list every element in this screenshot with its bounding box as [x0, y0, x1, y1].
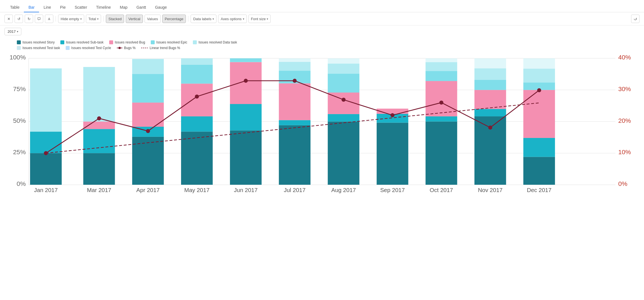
legend-label-bug: Issues resolved Bug [115, 40, 145, 44]
svg-text:Oct 2017: Oct 2017 [430, 187, 453, 193]
svg-rect-77 [523, 157, 555, 185]
legend-label-testtask: Issues resolved Test task [22, 46, 60, 50]
bar-jun[interactable]: Jun 2017 [230, 58, 262, 193]
vertical-button[interactable]: Vertical [126, 15, 143, 23]
percentage-button[interactable]: Percentage [162, 15, 186, 23]
svg-rect-52 [328, 122, 359, 185]
values-button[interactable]: Values [145, 15, 161, 23]
bar-aug[interactable]: Aug 2017 [328, 58, 359, 193]
toolbar-separator-1 [56, 16, 56, 22]
font-size-label: Font size [251, 17, 266, 21]
year-selector-area: 2017 ▾ [0, 26, 644, 38]
legend-linear-trend: Linear trend Bugs % [141, 46, 180, 50]
svg-rect-72 [474, 90, 506, 109]
tab-timeline[interactable]: Timeline [92, 3, 115, 12]
svg-text:10%: 10% [618, 149, 631, 156]
axes-options-button[interactable]: Axes options ▾ [218, 15, 246, 23]
svg-rect-36 [181, 84, 213, 116]
legend-datatask: Issues resolved Data task [193, 40, 237, 44]
svg-rect-75 [474, 58, 506, 68]
tab-line[interactable]: Line [39, 3, 55, 12]
download-button[interactable] [45, 15, 53, 23]
hide-empty-button[interactable]: Hide empty ▾ [58, 15, 84, 23]
bar-dec[interactable]: Dec 2017 [523, 58, 555, 193]
tab-pie[interactable]: Pie [56, 3, 70, 12]
legend-swatch-epic [151, 40, 155, 44]
svg-rect-71 [474, 109, 506, 116]
svg-rect-53 [328, 114, 359, 122]
close-button[interactable]: ✕ [4, 15, 13, 23]
font-size-button[interactable]: Font size ▾ [248, 15, 271, 23]
svg-rect-42 [230, 62, 262, 104]
legend-swatch-datatask [193, 40, 197, 44]
svg-text:50%: 50% [13, 117, 26, 124]
comment-button[interactable] [35, 15, 43, 23]
stacked-button[interactable]: Stacked [106, 15, 124, 23]
bug-dot-jul [293, 79, 296, 83]
svg-rect-59 [377, 123, 408, 185]
tab-map[interactable]: Map [115, 3, 132, 12]
svg-rect-24 [83, 129, 115, 153]
year-dropdown[interactable]: 2017 ▾ [4, 28, 21, 35]
refresh-button[interactable] [631, 15, 640, 23]
bar-jan[interactable]: Jan 2017 [30, 68, 62, 193]
chart-legend: Issues resolved Story Issues resolved Su… [6, 40, 638, 50]
tab-scatter[interactable]: Scatter [70, 3, 92, 12]
tab-gantt[interactable]: Gantt [132, 3, 150, 12]
data-labels-label: Data labels [193, 17, 211, 21]
bar-may[interactable]: May 2017 [181, 58, 213, 193]
legend-swatch-bug [109, 40, 113, 44]
hide-empty-label: Hide empty [61, 17, 79, 21]
legend-epic: Issues resolved Epic [151, 40, 187, 44]
svg-rect-38 [181, 58, 213, 65]
chart-container: 100% 75% 50% 25% 0% 40% 30% 20% 10% 0% [6, 54, 638, 200]
svg-rect-73 [474, 80, 506, 90]
svg-text:May 2017: May 2017 [184, 187, 209, 193]
redo-button[interactable]: ↻ [25, 15, 33, 23]
svg-rect-66 [426, 71, 457, 81]
toolbar-separator-3 [188, 16, 188, 22]
bug-dot-oct [439, 101, 443, 105]
legend-subtask: Issues resolved Sub-task [60, 40, 104, 44]
svg-text:75%: 75% [13, 86, 26, 93]
svg-text:40%: 40% [618, 54, 631, 61]
svg-rect-65 [426, 81, 457, 116]
bar-apr[interactable]: Apr 2017 [132, 59, 164, 193]
year-value: 2017 [8, 29, 16, 34]
tab-table[interactable]: Table [6, 3, 24, 12]
data-labels-button[interactable]: Data labels ▾ [191, 15, 216, 23]
svg-rect-46 [279, 120, 310, 125]
bug-dot-nov [488, 126, 492, 130]
svg-rect-45 [279, 125, 310, 185]
undo-button[interactable]: ↺ [15, 15, 23, 23]
bar-sep[interactable]: Sep 2017 [377, 109, 408, 193]
bug-dot-mar [97, 116, 101, 120]
tab-gauge[interactable]: Gauge [150, 3, 171, 12]
svg-rect-34 [181, 131, 213, 185]
toolbar-separator-2 [103, 16, 104, 22]
svg-text:Apr 2017: Apr 2017 [136, 187, 160, 193]
svg-text:Jul 2017: Jul 2017 [284, 187, 305, 193]
svg-rect-47 [279, 83, 310, 120]
total-label: Total [88, 17, 96, 21]
svg-rect-57 [328, 58, 359, 63]
tab-bar[interactable]: Bar [24, 3, 39, 12]
svg-rect-67 [426, 62, 457, 71]
svg-rect-20 [30, 131, 62, 153]
bar-oct[interactable]: Oct 2017 [426, 58, 457, 193]
legend-testcycle: Issues resolved Test Cycle [66, 46, 111, 50]
svg-rect-81 [523, 69, 555, 82]
toolbar: ✕ ↺ ↻ Hide empty ▾ Total ▾ Stacked Verti… [0, 12, 644, 26]
legend-label-subtask: Issues resolved Sub-task [66, 40, 104, 44]
total-button[interactable]: Total ▾ [86, 15, 101, 23]
axes-options-chevron: ▾ [243, 17, 244, 20]
svg-text:Aug 2017: Aug 2017 [331, 187, 356, 193]
bug-dot-aug [342, 98, 346, 101]
legend-label-testcycle: Issues resolved Test Cycle [71, 46, 111, 50]
svg-rect-43 [230, 58, 262, 62]
bar-jul[interactable]: Jul 2017 [279, 58, 310, 193]
axes-options-label: Axes options [221, 17, 241, 21]
svg-rect-23 [83, 153, 115, 185]
svg-rect-55 [328, 73, 359, 93]
bar-mar[interactable]: Mar 2017 [83, 67, 115, 193]
